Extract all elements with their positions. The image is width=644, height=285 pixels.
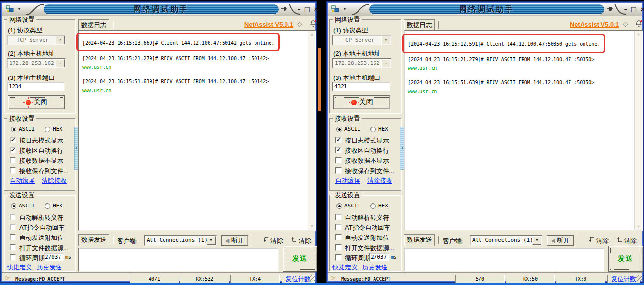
save-to-file-checkbox[interactable] [335, 167, 342, 174]
auto-wrap-checkbox[interactable]: ✔ [10, 147, 16, 153]
send-button[interactable]: 发送 [608, 246, 643, 272]
quick-define-link[interactable]: 快捷定义 [332, 263, 358, 272]
scroll-up-icon[interactable]: ∧ [308, 32, 315, 37]
chevron-down-icon[interactable]: ▼ [56, 36, 65, 44]
file-source-label: 打开文件数据源... [19, 244, 69, 253]
recv-hex-radio[interactable] [45, 127, 50, 132]
cycle-checkbox[interactable] [335, 254, 342, 261]
netassist-version-link[interactable]: NetAssist V5.0.1 [244, 21, 293, 28]
client-select[interactable]: All Connections (1) ▼ [144, 235, 217, 246]
send-button[interactable]: 发送 [283, 246, 317, 272]
protocol-select[interactable]: TCP Server ▼ [332, 35, 391, 45]
auto-scroll-link[interactable]: 自动滚屏 [10, 176, 35, 185]
minimize-button[interactable]: – [295, 5, 303, 13]
file-source-checkbox[interactable] [335, 244, 342, 251]
auto-escape-checkbox[interactable] [335, 214, 342, 220]
disconnect-button[interactable]: ◀ 断开 [547, 235, 574, 246]
close-connection-button[interactable]: 关闭 [333, 95, 390, 109]
log-scrollbar[interactable]: ∧ ∨ [634, 31, 642, 230]
diamond-icon[interactable]: ◇ [623, 20, 628, 28]
netassist-version-link[interactable]: NetAssist V5.0.1 [570, 21, 619, 28]
recv-ascii-radio[interactable] [336, 127, 342, 132]
clear-send-arrow-icon[interactable] [290, 236, 298, 245]
hide-recv-checkbox[interactable] [335, 157, 342, 163]
chevron-down-icon[interactable]: ▼ [381, 36, 390, 44]
bell-icon[interactable] [635, 19, 643, 30]
scroll-down-icon[interactable]: ∨ [635, 224, 642, 228]
auto-wrap-checkbox[interactable]: ✔ [335, 147, 342, 153]
close-window-button[interactable]: × [639, 5, 644, 13]
hide-recv-checkbox[interactable] [10, 157, 16, 163]
send-hex-radio[interactable] [370, 203, 376, 209]
history-send-link[interactable]: 历史发送 [362, 263, 388, 272]
resize-grip[interactable] [636, 275, 642, 281]
client-select[interactable]: All Connections (1) ▼ [470, 235, 542, 246]
chevron-down-icon[interactable]: ▼ [381, 59, 390, 67]
log-scrollbar[interactable]: ∧ ∨ [308, 31, 315, 230]
host-address-select[interactable]: 172.28.253.162 ▼ [7, 58, 66, 68]
chevron-down-icon[interactable]: ▼ [207, 236, 216, 245]
clear-receive-button[interactable]: 清除 [596, 237, 609, 245]
maximize-button[interactable]: □ [630, 5, 638, 13]
minimize-button[interactable]: – [622, 5, 629, 13]
host-address-select[interactable]: 172.28.253.162 ▼ [332, 58, 391, 68]
tab-data-send[interactable]: 数据发送 [404, 234, 435, 246]
clear-receive-arrow-icon[interactable] [588, 236, 596, 245]
host-port-input[interactable] [7, 82, 65, 91]
send-hex-radio[interactable] [45, 203, 50, 209]
clear-send-button[interactable]: 清除 [299, 237, 311, 245]
clear-receive-button[interactable]: 清除 [270, 237, 283, 245]
auto-append-checkbox[interactable] [10, 234, 16, 240]
quick-define-link[interactable]: 快捷定义 [7, 263, 32, 272]
log-mode-checkbox[interactable]: ✔ [335, 137, 342, 143]
clear-receive-link[interactable]: 清除接收 [367, 176, 392, 185]
recv-hex-radio[interactable] [370, 127, 376, 132]
pin-icon[interactable] [606, 5, 614, 14]
resize-grip[interactable] [310, 275, 315, 281]
clear-receive-link[interactable]: 清除接收 [42, 176, 67, 185]
send-ascii-radio[interactable] [11, 203, 16, 209]
host-port-input[interactable] [332, 82, 390, 91]
recv-ascii-radio[interactable] [11, 127, 16, 132]
clear-send-button[interactable]: 清除 [624, 237, 637, 245]
close-window-button[interactable]: × [312, 5, 320, 13]
auto-append-checkbox[interactable] [335, 234, 342, 240]
cycle-ms-input[interactable] [44, 253, 64, 261]
tab-data-log[interactable]: 数据日志 [78, 19, 109, 31]
clear-send-arrow-icon[interactable] [616, 236, 624, 245]
disconnect-button[interactable]: ◀ 断开 [221, 235, 248, 246]
send-data-textarea[interactable] [78, 248, 279, 272]
pin-icon[interactable] [281, 5, 288, 14]
chevron-left-icon: ‹ [75, 146, 77, 151]
cycle-label: 循环周期 [345, 254, 370, 263]
log-mode-checkbox[interactable]: ✔ [10, 137, 16, 143]
auto-escape-checkbox[interactable] [10, 214, 16, 220]
clear-receive-arrow-icon[interactable] [262, 236, 270, 245]
tab-data-send[interactable]: 数据发送 [78, 234, 109, 246]
app-icon[interactable] [6, 5, 14, 15]
send-ascii-radio[interactable] [336, 203, 342, 209]
bell-icon[interactable] [309, 19, 317, 30]
history-send-link[interactable]: 历史发送 [37, 263, 62, 272]
at-cr-checkbox[interactable] [10, 224, 16, 230]
chevron-down-icon[interactable]: ▼ [532, 236, 541, 245]
send-data-textarea[interactable] [404, 248, 604, 272]
chevron-down-icon[interactable]: ▼ [56, 59, 65, 67]
file-source-checkbox[interactable] [10, 244, 16, 251]
at-cr-checkbox[interactable] [335, 224, 342, 230]
maximize-button[interactable]: □ [303, 5, 311, 13]
scroll-down-icon[interactable]: ∨ [308, 224, 315, 228]
auto-scroll-link[interactable]: 自动滚屏 [335, 176, 360, 185]
diamond-icon[interactable]: ◇ [297, 20, 302, 28]
menu-dropdown-icon[interactable]: ▼ [343, 7, 347, 11]
tab-data-log[interactable]: 数据日志 [404, 19, 435, 31]
protocol-select[interactable]: TCP Server ▼ [7, 35, 66, 45]
save-to-file-checkbox[interactable] [10, 167, 16, 174]
scroll-up-icon[interactable]: ∧ [635, 32, 642, 37]
app-icon[interactable] [331, 5, 339, 15]
close-connection-button[interactable]: 关闭 [8, 95, 65, 109]
menu-dropdown-icon[interactable]: ▼ [17, 7, 21, 11]
host-address-label: (2) 本地主机地址 [8, 49, 55, 58]
cycle-checkbox[interactable] [10, 254, 16, 261]
cycle-ms-input[interactable] [369, 253, 389, 261]
